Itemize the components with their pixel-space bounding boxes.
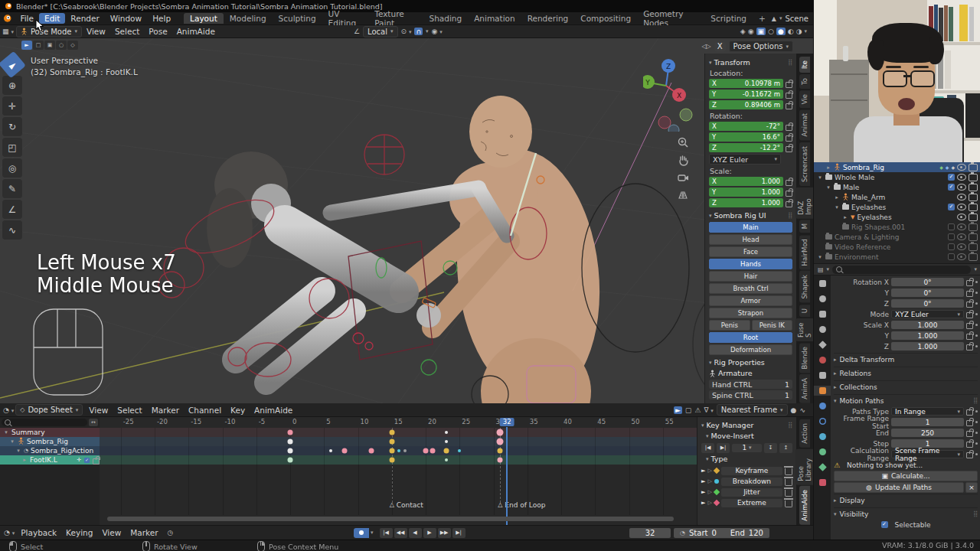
lock-icon[interactable]	[786, 103, 792, 109]
keyframe-dot[interactable]	[288, 458, 293, 463]
hide-eye-icon[interactable]	[957, 174, 966, 181]
particles-tab[interactable]	[814, 416, 831, 426]
animate-dot[interactable]	[975, 453, 978, 455]
navigation-gizmo[interactable]: Z X Y	[643, 47, 697, 133]
lock-icon[interactable]	[786, 180, 792, 186]
workspace-tab-shading[interactable]: Shading	[423, 13, 468, 24]
keyframe-dot[interactable]	[389, 430, 394, 435]
property-field-scale-x[interactable]: 1.000	[891, 321, 964, 329]
keyframe-dot[interactable]	[498, 448, 503, 454]
outliner-row-sombra-rig[interactable]: ▸Sombra_Rig◆◆◆	[814, 162, 980, 172]
timeline-menu-playback[interactable]: Playback	[16, 527, 61, 538]
lock-icon[interactable]	[966, 280, 973, 286]
view-layer-tab[interactable]	[814, 324, 831, 334]
animate-dot[interactable]	[975, 292, 978, 294]
visibility-checkbox[interactable]	[948, 233, 955, 240]
disable-render-icon[interactable]	[969, 233, 978, 241]
rotate-tool[interactable]: ↻	[2, 117, 22, 136]
select-option-3[interactable]: ○	[56, 41, 67, 50]
keyframe-dot[interactable]	[341, 448, 347, 454]
cursor-tool[interactable]: ⊕	[2, 76, 22, 95]
keyframe-dot[interactable]	[329, 449, 332, 452]
rig-button-strapon[interactable]: Strapon	[709, 308, 792, 318]
snap-dropdown[interactable]: Nearest Frame▾	[717, 404, 788, 416]
overlays-icon[interactable]: ◉	[748, 28, 754, 35]
property-field-y[interactable]: 0°	[891, 289, 964, 297]
pose-breakdowner-tool[interactable]: ∿	[2, 220, 22, 240]
location-field-z[interactable]: Z0.89406 m	[709, 100, 783, 109]
select-box-tool[interactable]: ►	[0, 51, 26, 79]
marker-triangle-icon[interactable]: △	[498, 501, 502, 508]
motion-paths-header[interactable]: ▾Motion Paths⣿	[834, 394, 978, 406]
motion-paths-field-frame-range-start[interactable]: 1	[891, 418, 964, 426]
disclosure-icon[interactable]: ▾	[834, 204, 840, 210]
rig-button-armor[interactable]: Armor	[709, 295, 792, 306]
collapse-icon[interactable]: ▢	[685, 406, 692, 414]
editor-type-icon[interactable]: ◔ ▾	[3, 406, 14, 414]
rig-button-deformation[interactable]: Deformation	[709, 344, 792, 355]
object-tab[interactable]	[814, 386, 831, 396]
armature-data-tab[interactable]	[814, 462, 831, 472]
outliner-row-whole-male[interactable]: ▾Whole Male✓	[814, 172, 980, 182]
keying-set-icon[interactable]: ◷	[168, 529, 174, 536]
rig-button-hair[interactable]: Hair	[709, 271, 792, 282]
keyframe-dot[interactable]	[497, 439, 504, 445]
move-insert-header[interactable]: ▾Move-Insert	[706, 432, 792, 440]
transform-panel-header[interactable]: ▾Transform⣿	[709, 58, 792, 67]
rig-button-penis-ik[interactable]: Penis IK	[752, 320, 793, 331]
measure-tool[interactable]: ∠	[2, 200, 22, 219]
hide-eye-icon[interactable]	[957, 253, 966, 260]
keyframe-dot[interactable]	[288, 430, 293, 435]
transform-tool[interactable]: ◎	[2, 158, 22, 178]
timeline-scrollbar[interactable]	[107, 517, 674, 521]
lock-icon[interactable]	[966, 442, 973, 448]
dope-sheet-mode-dropdown[interactable]: ◇ Dope Sheet▾	[15, 404, 83, 416]
render-tab[interactable]	[814, 294, 831, 304]
camera-view-icon[interactable]	[677, 171, 689, 184]
prev-keyframe-button[interactable]: ◀◀	[394, 528, 407, 538]
disable-render-icon[interactable]	[969, 184, 978, 191]
location-field-y[interactable]: Y-0.11672 m	[709, 90, 783, 99]
next-keyframe-button[interactable]: ▶▶	[438, 528, 451, 538]
select-option-0[interactable]: ►	[21, 41, 32, 50]
timeline-menu-marker[interactable]: Marker	[126, 527, 162, 538]
disclosure-icon[interactable]: ▸	[842, 214, 848, 220]
rig-button-main[interactable]: Main	[709, 222, 792, 233]
scale-field-z[interactable]: Z1.000	[709, 198, 783, 207]
section-delta-transform[interactable]: ▸Delta Transform	[834, 353, 978, 365]
workspace-tab-animation[interactable]: Animation	[468, 13, 521, 24]
mode-dropdown[interactable]: Pose Mode ▾	[16, 26, 82, 37]
animate-dot[interactable]	[975, 334, 978, 337]
mirror-x-toggle[interactable]: X	[714, 42, 726, 51]
lock-icon[interactable]	[966, 291, 973, 297]
delete-icon[interactable]	[785, 468, 792, 475]
deselect-cursor-icon[interactable]: ▷	[707, 489, 711, 495]
animate-dot[interactable]	[975, 410, 978, 412]
outliner-row-environment[interactable]: ▾Environment	[814, 252, 980, 262]
workspace-tab-scripting[interactable]: Scripting	[704, 13, 753, 24]
rendered-shading-icon[interactable]: ◑	[796, 28, 802, 35]
frame-range-fields[interactable]: ◔ Start0 End120	[674, 528, 769, 538]
channel-search-input[interactable]	[2, 419, 87, 426]
disable-render-icon[interactable]	[969, 194, 978, 201]
sidebar-tab-shapek[interactable]: Shapek	[799, 271, 810, 303]
lock-icon[interactable]	[966, 420, 973, 426]
proportional-editing-icon[interactable]: ◉ ▾	[432, 28, 443, 35]
hide-eye-icon[interactable]	[957, 214, 966, 220]
key-type-label[interactable]: Breakdown	[721, 478, 782, 486]
timeline-editor-icon[interactable]: ◔ ▾	[4, 529, 15, 536]
calculate-button[interactable]: ▣Calculate...	[834, 471, 978, 481]
animate-dot[interactable]	[975, 421, 978, 423]
outliner-row-eyelashes[interactable]: ▸▼Eyelashes	[814, 212, 980, 222]
lock-icon[interactable]	[786, 93, 792, 99]
rig-button-head[interactable]: Head	[709, 234, 792, 245]
marker-triangle-icon[interactable]: △	[390, 501, 394, 508]
menu-help[interactable]: Help	[147, 13, 176, 24]
rotation-mode-dropdown[interactable]: XYZ Euler▾	[709, 154, 781, 165]
filter-funnel-icon[interactable]: ∇ ▾	[704, 406, 713, 414]
animate-dot[interactable]	[975, 302, 978, 305]
scale-field-x[interactable]: X1.000	[709, 177, 783, 186]
viewport-menu-view[interactable]: View	[82, 26, 110, 37]
rotation-field-x[interactable]: X-72°	[709, 122, 783, 131]
scene-tab[interactable]	[814, 340, 831, 350]
